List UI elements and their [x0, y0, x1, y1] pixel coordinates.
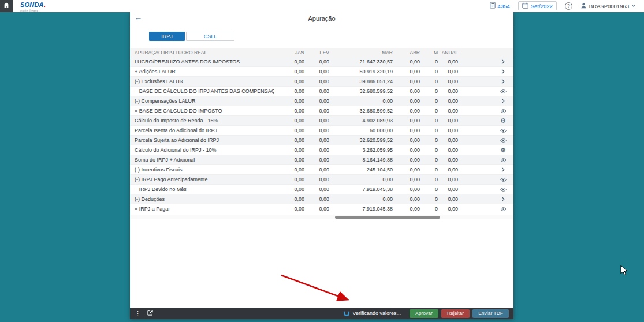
table-row[interactable]: Cálculo do Imposto de Renda - 15% 0,00 0… [130, 116, 513, 126]
cell-mar: 50.919.320,19 [329, 69, 393, 74]
gear-icon[interactable]: ⚙ [493, 118, 513, 124]
table-row[interactable]: (-) Exclusões LALUR 0,00 0,00 39.886.051… [130, 77, 513, 87]
cell-mar: 8.164.149,88 [329, 157, 393, 163]
cell-jan: 0,00 [274, 88, 304, 94]
cell-abr: 0,00 [393, 78, 420, 84]
share-icon [147, 308, 154, 319]
cell-fev: 0,00 [304, 137, 329, 143]
chevron-icon[interactable] [493, 167, 513, 173]
cell-abr: 0,00 [393, 128, 420, 133]
cell-fev: 0,00 [304, 147, 329, 153]
home-icon [3, 1, 10, 11]
question-icon: ? [567, 3, 570, 9]
overflow-menu-button[interactable]: ⋮ [135, 310, 141, 317]
send-tdf-button[interactable]: Enviar TDF [472, 309, 509, 318]
eye-icon[interactable] [493, 157, 513, 163]
cell-fev: 0,00 [304, 167, 329, 173]
period-value: Set/2022 [531, 3, 553, 9]
table-row[interactable]: Parcela Isenta do Adicional do IRPJ 0,00… [130, 126, 513, 136]
row-label: = BASE DE CÁLCULO DO IRPJ ANTES DAS COMP… [130, 88, 274, 94]
tab-bar: IRPJ CSLL [149, 32, 513, 41]
table-row[interactable]: Soma do IRPJ + Adicional 0,00 0,00 8.164… [130, 155, 513, 165]
table-body: LUCRO/PREJUÍZO ANTES DOS IMPOSTOS 0,00 0… [130, 57, 513, 214]
eye-icon[interactable] [493, 206, 513, 212]
chevron-icon[interactable] [493, 59, 513, 65]
apuracao-table: APURAÇÃO IRPJ LUCRO REAL JAN FEV MAR ABR… [130, 48, 513, 219]
cell-abr: 0,00 [393, 206, 420, 212]
cell-mar: 7.919.045,38 [329, 186, 393, 192]
cell-fev: 0,00 [304, 88, 329, 94]
table-row[interactable]: Parcela Sujeita ao Adicional do IRPJ 0,0… [130, 136, 513, 145]
row-label: = IRPJ a Pagar [130, 206, 274, 212]
table-row[interactable]: = BASE DE CÁLCULO DO IRPJ ANTES DAS COMP… [130, 87, 513, 96]
cell-fev: 0,00 [304, 98, 329, 104]
table-row[interactable]: (-) Incentivos Fiscais 0,00 0,00 245.104… [130, 165, 513, 175]
cell-jan: 0,00 [274, 78, 304, 84]
cell-jan: 0,00 [274, 98, 304, 104]
approve-button[interactable]: Aprovar [410, 309, 438, 318]
table-row[interactable]: (-) Deduções 0,00 0,00 0,00 0,00 0 0,00 [130, 194, 513, 204]
mouse-cursor [620, 265, 628, 278]
eye-icon[interactable] [493, 108, 513, 114]
cell-jan: 0,00 [274, 137, 304, 143]
cell-mai: 0 [420, 147, 438, 153]
busy-spinner-icon [344, 310, 349, 316]
reject-button[interactable]: Rejeitar [441, 309, 470, 318]
gear-icon[interactable]: ⚙ [493, 147, 513, 153]
chevron-icon[interactable] [493, 69, 513, 74]
scrollbar-thumb[interactable] [335, 216, 440, 219]
cell-abr: 0,00 [393, 118, 420, 123]
table-row[interactable]: (-) IRPJ Pago Antecipadamente 0,00 0,00 … [130, 175, 513, 185]
chevron-icon[interactable] [493, 98, 513, 104]
row-label: Cálculo do Imposto de Renda - 15% [130, 118, 274, 123]
help-button[interactable]: ? [565, 2, 572, 10]
chevron-icon[interactable] [493, 78, 513, 84]
cell-fev: 0,00 [304, 186, 329, 192]
col-header-anual: ANUAL [438, 50, 458, 55]
cell-fev: 0,00 [304, 118, 329, 123]
row-label: = BASE DE CÁLCULO DO IMPOSTO [130, 108, 274, 114]
cell-anual: 0,00 [438, 59, 458, 65]
cell-fev: 0,00 [304, 196, 329, 202]
back-button[interactable]: ← [135, 13, 142, 22]
table-row[interactable]: LUCRO/PREJUÍZO ANTES DOS IMPOSTOS 0,00 0… [130, 57, 513, 67]
notifications-button[interactable]: 4354 [490, 2, 510, 10]
panel-footer: ⋮ Verificando valores... Aprovar Rejeita… [130, 308, 513, 319]
eye-icon[interactable] [493, 88, 513, 95]
share-button[interactable] [147, 308, 154, 319]
cell-abr: 0,00 [393, 69, 420, 74]
table-row[interactable]: = IRPJ a Pagar 0,00 0,00 7.919.045,38 0,… [130, 204, 513, 214]
cell-abr: 0,00 [393, 147, 420, 153]
eye-icon[interactable] [493, 186, 513, 193]
cell-jan: 0,00 [274, 147, 304, 153]
tab-csll[interactable]: CSLL [186, 32, 234, 41]
table-row[interactable]: + Adições LALUR 0,00 0,00 50.919.320,19 … [130, 67, 513, 77]
cell-anual: 0,00 [438, 118, 458, 123]
home-button[interactable] [0, 0, 13, 12]
cell-mai: 0 [420, 108, 438, 114]
chevron-icon[interactable] [493, 196, 513, 202]
cell-jan: 0,00 [274, 157, 304, 163]
cell-mar: 32.620.599,52 [329, 137, 393, 143]
cell-mar: 0,00 [329, 196, 393, 202]
user-menu[interactable]: BRASP0001963 [580, 2, 636, 10]
eye-icon[interactable] [493, 128, 513, 134]
table-row[interactable]: Cálculo do Adicional do IRPJ - 10% 0,00 … [130, 145, 513, 155]
col-header-mar: MAR [329, 50, 393, 55]
table-row[interactable]: = BASE DE CÁLCULO DO IMPOSTO 0,00 0,00 3… [130, 106, 513, 116]
cell-mai: 0 [420, 167, 438, 173]
table-row[interactable]: = IRPJ Devido no Mês 0,00 0,00 7.919.045… [130, 185, 513, 194]
cell-anual: 0,00 [438, 196, 458, 202]
cell-jan: 0,00 [274, 59, 304, 65]
eye-icon[interactable] [493, 137, 513, 144]
eye-icon[interactable] [493, 177, 513, 183]
cell-fev: 0,00 [304, 59, 329, 65]
table-row[interactable]: (-) Compensações LALUR 0,00 0,00 0,00 0,… [130, 96, 513, 106]
cell-mar: 32.680.599,52 [329, 108, 393, 114]
cell-fev: 0,00 [304, 128, 329, 133]
period-selector[interactable]: Set/2022 [518, 1, 557, 10]
row-label: LUCRO/PREJUÍZO ANTES DOS IMPOSTOS [130, 59, 274, 65]
horizontal-scrollbar[interactable] [130, 215, 513, 219]
tab-irpj[interactable]: IRPJ [149, 32, 185, 41]
cell-anual: 0,00 [438, 88, 458, 94]
